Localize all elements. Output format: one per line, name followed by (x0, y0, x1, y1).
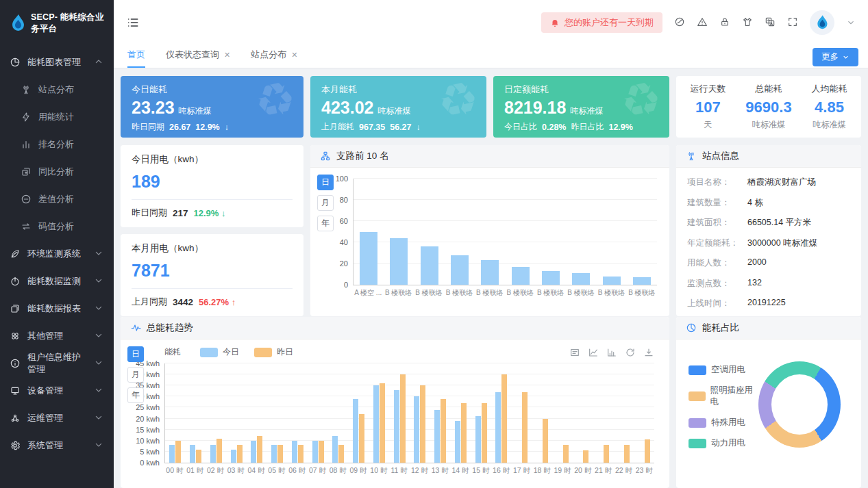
branch-bar[interactable] (572, 273, 590, 285)
sidebar-group-8[interactable]: 系统管理 (0, 432, 114, 459)
trend-bar-今日[interactable] (455, 421, 460, 463)
trend-bar-今日[interactable] (210, 445, 216, 463)
bar-chart-icon[interactable] (606, 347, 617, 358)
trend-bar-今日[interactable] (251, 441, 256, 463)
line-chart-icon[interactable] (588, 347, 599, 358)
donut-legend-item[interactable]: 照明插座用电 (689, 385, 758, 408)
warning-icon[interactable] (697, 16, 708, 27)
branch-bar[interactable] (360, 232, 377, 285)
trend-bar-今日[interactable] (495, 392, 501, 463)
tab-close-icon[interactable]: ✕ (224, 51, 230, 60)
time-filter-月[interactable]: 月 (317, 195, 334, 211)
trend-bar-昨日[interactable] (338, 445, 344, 463)
trend-bar-今日[interactable] (292, 441, 297, 463)
user-menu-chevron-down-icon[interactable] (846, 18, 856, 27)
time-filter-日[interactable]: 日 (317, 175, 334, 190)
donut-legend-item[interactable]: 动力用电 (689, 437, 758, 449)
tab-2[interactable]: 站点分布✕ (251, 49, 297, 68)
sidebar-group-4[interactable]: 其他管理 (0, 322, 114, 350)
trend-bar-昨日[interactable] (257, 436, 262, 463)
trend-bar-昨日[interactable] (196, 450, 201, 463)
more-button[interactable]: 更多 (813, 48, 858, 66)
tab-1[interactable]: 仪表状态查询✕ (166, 49, 230, 68)
trend-bar-昨日[interactable] (522, 392, 528, 463)
tab-0[interactable]: 首页 (127, 49, 145, 68)
branch-bar[interactable] (512, 267, 530, 285)
trend-bar-昨日[interactable] (298, 445, 303, 463)
trend-bar-今日[interactable] (353, 399, 358, 463)
account-expiry-notice[interactable]: 您的账户还有一天到期 (541, 12, 662, 33)
translate-icon[interactable] (765, 16, 776, 27)
donut-legend-item[interactable]: 空调用电 (689, 364, 758, 376)
trend-bar-今日[interactable] (169, 445, 175, 463)
branch-bar[interactable] (451, 255, 469, 285)
download-icon[interactable] (643, 347, 654, 358)
trend-bar-今日[interactable] (475, 416, 481, 463)
sidebar-item-0-2[interactable]: 排名分析 (0, 131, 114, 158)
sidebar-item-0-5[interactable]: 码值分析 (0, 213, 114, 240)
branch-bar[interactable] (542, 271, 560, 285)
trend-bar-昨日[interactable] (237, 445, 243, 463)
trend-bar-昨日[interactable] (175, 441, 181, 463)
trend-bar-今日[interactable] (434, 410, 440, 463)
fullscreen-icon[interactable] (787, 16, 798, 27)
trend-bar-昨日[interactable] (441, 399, 446, 463)
trend-bar-昨日[interactable] (400, 374, 406, 463)
trend-bar-昨日[interactable] (216, 439, 222, 463)
lock-icon[interactable] (719, 16, 730, 27)
trend-bar-今日[interactable] (312, 441, 318, 463)
legend-item-今日[interactable]: 今日 (200, 346, 239, 358)
sidebar-group-7[interactable]: 运维管理 (0, 404, 114, 432)
energy-share-donut-chart[interactable] (758, 361, 841, 448)
trend-bar-今日[interactable] (414, 396, 419, 463)
trend-bar-昨日[interactable] (501, 374, 507, 463)
trend-bar-今日[interactable] (231, 450, 236, 463)
branch-bar[interactable] (633, 277, 651, 285)
sidebar-group-1[interactable]: 环境监测系统 (0, 240, 114, 268)
trend-bar-今日[interactable] (394, 390, 399, 463)
trend-bar-昨日[interactable] (543, 419, 548, 463)
sidebar-group-2[interactable]: 能耗数据监测 (0, 268, 114, 295)
dashboard-icon[interactable] (674, 16, 685, 27)
sidebar-group-0[interactable]: 能耗图表管理 (0, 49, 114, 76)
trend-bar-昨日[interactable] (277, 445, 283, 463)
collapse-menu-icon[interactable] (126, 16, 140, 29)
legend-item-昨日[interactable]: 昨日 (254, 346, 293, 358)
branch-bar[interactable] (603, 277, 621, 285)
sidebar-group-5[interactable]: 租户信息维护管理 (0, 350, 114, 377)
trend-bar-昨日[interactable] (583, 450, 588, 463)
trend-bar-今日[interactable] (190, 445, 195, 463)
sidebar-group-6[interactable]: 设备管理 (0, 377, 114, 404)
sidebar-item-0-4[interactable]: 差值分析 (0, 185, 114, 213)
branch-bar[interactable] (390, 238, 408, 285)
trend-bar-昨日[interactable] (359, 414, 364, 463)
trend-bar-今日[interactable] (271, 445, 277, 463)
trend-bar-昨日[interactable] (645, 439, 650, 463)
branch-bar[interactable] (481, 260, 499, 285)
user-avatar[interactable] (810, 10, 834, 35)
time-filter-日[interactable]: 日 (127, 346, 144, 362)
trend-bar-昨日[interactable] (461, 403, 467, 463)
trend-bar-昨日[interactable] (420, 385, 425, 463)
sidebar-item-0-0[interactable]: 站点分布 (0, 76, 114, 103)
trend-bar-昨日[interactable] (319, 441, 324, 463)
theme-icon[interactable] (742, 16, 753, 27)
time-filter-年[interactable]: 年 (127, 387, 144, 403)
trend-bar-昨日[interactable] (604, 445, 609, 463)
time-filter-月[interactable]: 月 (127, 367, 144, 383)
trend-bar-今日[interactable] (332, 436, 338, 463)
sidebar-group-3[interactable]: 能耗数据报表 (0, 295, 114, 322)
tab-close-icon[interactable]: ✕ (291, 51, 297, 60)
data-view-icon[interactable] (569, 347, 580, 358)
sidebar-item-0-3[interactable]: 同比分析 (0, 158, 114, 185)
trend-bar-昨日[interactable] (563, 445, 569, 463)
trend-bar-今日[interactable] (373, 385, 379, 463)
trend-bar-昨日[interactable] (624, 445, 630, 463)
trend-bar-昨日[interactable] (380, 383, 385, 463)
time-filter-年[interactable]: 年 (317, 216, 334, 231)
donut-legend-item[interactable]: 特殊用电 (689, 417, 758, 428)
sidebar-item-0-1[interactable]: 用能统计 (0, 103, 114, 131)
branch-bar[interactable] (421, 246, 438, 285)
trend-bar-昨日[interactable] (482, 403, 487, 463)
refresh-icon[interactable] (625, 347, 636, 358)
